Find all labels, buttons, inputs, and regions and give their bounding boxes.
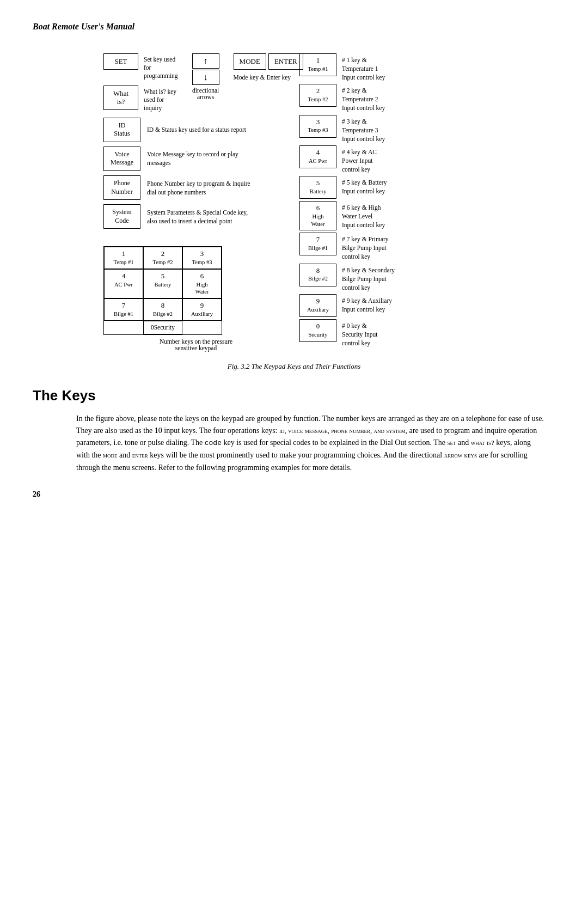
- right-key-9: 9Auxiliary: [299, 294, 336, 317]
- whatis-key-desc: What is? keyused for inquiry: [144, 86, 178, 112]
- mode-enter-desc: Mode key & Enter key: [234, 72, 291, 81]
- key-1: 1Temp #1: [104, 247, 143, 269]
- set-key-desc: Set key usedforprogramming: [144, 53, 178, 80]
- key-4: 4AC Pwr: [104, 269, 143, 298]
- arrows-label: directionalarrows: [192, 87, 219, 100]
- right-key-row-1: 1Temp #1 # 1 key &Temperature 1Input con…: [299, 53, 485, 82]
- left-panel: SET Set key usedforprogramming What is? …: [103, 53, 289, 351]
- right-key-5-desc: # 5 key & BatteryInput control key: [342, 176, 387, 196]
- page-number: 26: [33, 490, 555, 499]
- body-text: In the figure above, please note the key…: [76, 413, 544, 474]
- voice-message-key: VoiceMessage: [103, 147, 140, 171]
- id-status-desc: ID & Status key used for a status report: [147, 125, 246, 134]
- right-key-2: 2Temp #2: [299, 84, 336, 107]
- page-header: Boat Remote User's Manual: [33, 22, 555, 32]
- right-key-1: 1Temp #1: [299, 53, 336, 76]
- arrow-up-key: ↑: [192, 53, 219, 69]
- right-key-7-desc: # 7 key & PrimaryBilge Pump Inputcontrol…: [342, 233, 389, 261]
- key-8: 8Bilge #2: [143, 298, 182, 321]
- key-0: 0Security: [143, 321, 182, 334]
- right-key-4: 4AC Pwr: [299, 145, 336, 168]
- mode-key: MODE: [234, 53, 266, 70]
- right-key-6: 6HighWater: [299, 201, 336, 230]
- right-key-3: 3Temp #3: [299, 115, 336, 138]
- right-key-2-desc: # 2 key &Temperature 2Input control key: [342, 84, 385, 112]
- status-keys-group: IDStatus ID & Status key used for a stat…: [103, 118, 289, 229]
- section-heading: The Keys: [33, 387, 555, 404]
- whatis-key: What is?: [103, 86, 138, 110]
- right-key-1-desc: # 1 key &Temperature 1Input control key: [342, 53, 385, 82]
- key-6: 6HighWater: [182, 269, 222, 298]
- right-key-row-6: 6HighWater # 6 key & HighWater LevelInpu…: [299, 201, 485, 230]
- system-code-desc: System Parameters & Special Code key, al…: [147, 208, 250, 225]
- keypad-grid: 1Temp #1 2Temp #2 3Temp #3 4AC Pwr 5Batt…: [103, 246, 222, 334]
- arrow-down-key: ↓: [192, 70, 219, 85]
- right-key-row-9: 9Auxiliary # 9 key & AuxiliaryInput cont…: [299, 294, 485, 317]
- enter-key: ENTER: [268, 53, 303, 70]
- key-3: 3Temp #3: [182, 247, 222, 269]
- phone-number-key: PhoneNumber: [103, 175, 140, 200]
- key-5: 5Battery: [143, 269, 182, 298]
- right-key-8-desc: # 8 key & SecondaryBilge Pump Inputcontr…: [342, 264, 395, 292]
- right-key-row-7: 7Bilge #1 # 7 key & PrimaryBilge Pump In…: [299, 233, 485, 261]
- figure-container: SET Set key usedforprogramming What is? …: [33, 53, 555, 371]
- keypad-note: Number keys on the pressuresensitive key…: [103, 338, 289, 351]
- right-key-8: 8Bilge #2: [299, 264, 336, 286]
- right-key-row-8: 8Bilge #2 # 8 key & SecondaryBilge Pump …: [299, 264, 485, 292]
- right-key-row-3: 3Temp #3 # 3 key &Temperature 3Input con…: [299, 115, 485, 143]
- right-key-row-4: 4AC Pwr # 4 key & ACPower Inputcontrol k…: [299, 145, 485, 174]
- right-key-row-5: 5Battery # 5 key & BatteryInput control …: [299, 176, 485, 199]
- voice-message-desc: Voice Message key to record or play mess…: [147, 150, 250, 167]
- figure-caption: Fig. 3.2 The Keypad Keys and Their Funct…: [228, 362, 360, 371]
- system-code-key: SystemCode: [103, 204, 140, 229]
- key-9: 9Auxiliary: [182, 298, 222, 321]
- right-panel: 1Temp #1 # 1 key &Temperature 1Input con…: [299, 53, 485, 347]
- right-key-row-2: 2Temp #2 # 2 key &Temperature 2Input con…: [299, 84, 485, 112]
- set-key: SET: [103, 53, 138, 70]
- right-key-3-desc: # 3 key &Temperature 3Input control key: [342, 115, 385, 143]
- right-key-4-desc: # 4 key & ACPower Inputcontrol key: [342, 145, 377, 174]
- key-7: 7Bilge #1: [104, 298, 143, 321]
- right-key-6-desc: # 6 key & HighWater LevelInput control k…: [342, 201, 385, 229]
- right-key-7: 7Bilge #1: [299, 233, 336, 255]
- key-2: 2Temp #2: [143, 247, 182, 269]
- right-key-9-desc: # 9 key & AuxiliaryInput control key: [342, 294, 392, 314]
- right-key-0: 0Security: [299, 319, 336, 342]
- right-key-row-0: 0Security # 0 key &Security Inputcontrol…: [299, 319, 485, 347]
- right-key-5: 5Battery: [299, 176, 336, 199]
- phone-number-desc: Phone Number key to program & inquire di…: [147, 179, 250, 197]
- id-status-key: IDStatus: [103, 118, 140, 142]
- right-key-0-desc: # 0 key &Security Inputcontrol key: [342, 319, 377, 347]
